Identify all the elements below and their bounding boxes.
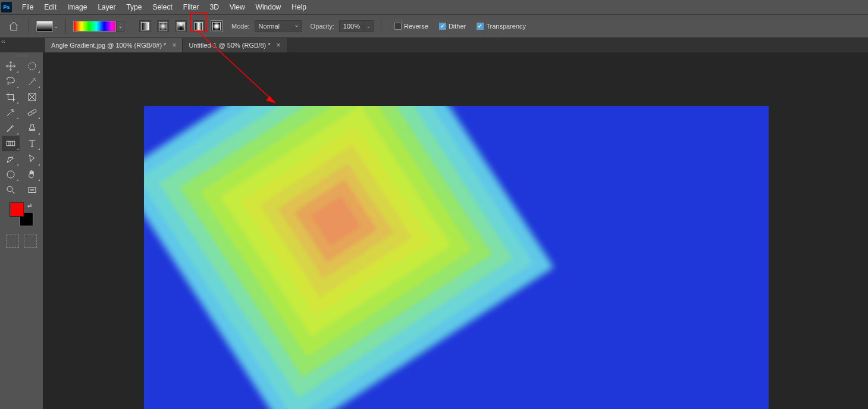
menu-select[interactable]: Select [147, 1, 177, 13]
checkbox-checked-icon [439, 23, 446, 30]
color-swatches[interactable]: ⇄ [10, 202, 33, 226]
reflected-gradient-icon [195, 22, 203, 30]
edit-toolbar[interactable] [23, 182, 41, 198]
svg-line-13 [12, 191, 15, 194]
close-icon[interactable]: × [172, 41, 176, 49]
svg-point-15 [30, 189, 32, 191]
frame-tool[interactable] [23, 89, 41, 105]
dither-checkbox[interactable]: Dither [439, 23, 466, 30]
ellipse-icon [5, 169, 16, 180]
crop-icon [5, 92, 16, 102]
menu-window[interactable]: Window [250, 1, 287, 13]
menu-filter[interactable]: Filter [178, 1, 205, 13]
document-tab-2[interactable]: Untitled-1 @ 50% (RGB/8) * × [183, 38, 287, 52]
reverse-checkbox[interactable]: Reverse [394, 23, 428, 30]
type-tool[interactable] [23, 136, 41, 151]
move-icon [5, 61, 16, 71]
menu-edit[interactable]: Edit [39, 1, 62, 13]
close-icon[interactable]: × [277, 41, 281, 49]
path-select-tool[interactable] [23, 151, 41, 167]
gradient-type-radial[interactable] [157, 20, 169, 32]
ellipsis-icon [27, 185, 37, 195]
opacity-input[interactable]: 100% [339, 20, 364, 32]
menu-help[interactable]: Help [286, 1, 312, 13]
menu-3d[interactable]: 3D [204, 1, 224, 13]
home-icon [8, 21, 19, 32]
magnifier-icon [5, 185, 16, 195]
mode-label: Mode: [231, 23, 250, 30]
swap-colors-icon[interactable]: ⇄ [27, 202, 32, 208]
svg-point-17 [33, 189, 35, 191]
toolbox: ∷∷∷ ⇄ [0, 52, 43, 409]
diamond-gradient-artwork [146, 106, 534, 409]
mode-select[interactable]: Normal [255, 20, 302, 32]
svg-rect-4 [27, 109, 36, 115]
stamp-tool[interactable] [23, 120, 41, 136]
chevron-down-icon: ⌄ [364, 20, 374, 32]
marquee-tool[interactable] [23, 58, 41, 74]
svg-point-16 [32, 189, 33, 191]
lasso-icon [5, 76, 16, 87]
move-tool[interactable] [2, 58, 20, 74]
reverse-label: Reverse [404, 23, 428, 30]
gradient-preview [73, 21, 116, 32]
svg-point-0 [29, 63, 36, 70]
quick-mask-toggle[interactable] [6, 235, 19, 248]
transparency-checkbox[interactable]: Transparency [477, 23, 526, 30]
checkbox-icon [394, 23, 402, 30]
svg-point-12 [7, 186, 12, 192]
menu-layer[interactable]: Layer [92, 1, 121, 13]
menu-file[interactable]: File [17, 1, 39, 13]
healing-tool[interactable] [23, 105, 41, 120]
gradient-picker[interactable]: ⌄ [73, 21, 124, 32]
canvas-area [43, 52, 868, 409]
divider [381, 19, 381, 33]
type-icon [27, 138, 37, 149]
hand-tool[interactable] [23, 167, 41, 182]
eyedropper-tool[interactable] [2, 105, 20, 120]
stamp-icon [27, 123, 37, 133]
brush-tool[interactable] [2, 120, 20, 136]
toolbox-grip[interactable]: ∷∷∷ [0, 54, 43, 58]
opacity-input-group[interactable]: 100% ⌄ [339, 20, 374, 32]
tool-preset-swatch [36, 21, 53, 32]
tab-label: Untitled-1 @ 50% (RGB/8) * [189, 42, 270, 49]
frame-icon [27, 92, 37, 102]
svg-point-5 [31, 113, 32, 113]
shape-tool[interactable] [2, 167, 20, 182]
menu-type[interactable]: Type [121, 1, 147, 13]
gradient-type-reflected[interactable] [193, 20, 205, 32]
gradient-type-linear[interactable] [139, 20, 151, 32]
gradient-type-diamond[interactable] [211, 20, 223, 32]
pen-tool[interactable] [2, 151, 20, 167]
crop-tool[interactable] [2, 89, 20, 105]
screen-mode-toggle[interactable] [24, 235, 37, 248]
gradient-icon [5, 138, 16, 149]
document-canvas[interactable] [144, 106, 769, 409]
opacity-label: Opacity: [311, 23, 334, 30]
home-button[interactable] [6, 18, 21, 34]
quick-select-tool[interactable] [23, 74, 41, 89]
svg-point-11 [7, 171, 14, 178]
app-logo: Ps [1, 2, 12, 13]
divider [65, 19, 66, 33]
tab-label: Angle Gradient.jpg @ 100% (RGB/8#) * [51, 42, 166, 49]
panel-collapse-handle[interactable]: ‹‹ [1, 38, 5, 45]
menu-image[interactable]: Image [62, 1, 92, 13]
chevron-down-icon: ⌄ [116, 21, 124, 32]
magic-wand-icon [27, 76, 37, 87]
menu-view[interactable]: View [224, 1, 250, 13]
gradient-type-angle[interactable] [175, 20, 187, 32]
gradient-tool[interactable] [2, 136, 20, 151]
svg-rect-14 [29, 188, 36, 193]
document-tab-1[interactable]: Angle Gradient.jpg @ 100% (RGB/8#) * × [45, 38, 183, 52]
foreground-color[interactable] [10, 202, 24, 217]
eyedropper-icon [5, 107, 16, 118]
lasso-tool[interactable] [2, 74, 20, 89]
brush-icon [5, 123, 16, 133]
svg-point-6 [33, 113, 33, 113]
opacity-value: 100% [343, 23, 360, 30]
zoom-tool[interactable] [2, 182, 20, 198]
dither-label: Dither [449, 23, 466, 30]
tool-preset-picker[interactable]: ⌄ [36, 21, 58, 32]
